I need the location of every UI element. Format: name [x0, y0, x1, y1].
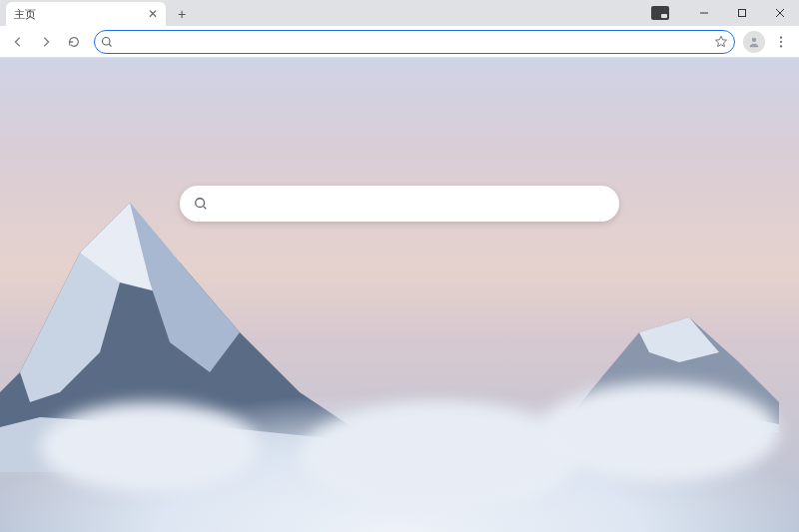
- toolbar: [0, 26, 799, 58]
- cloud-decoration: [40, 402, 260, 492]
- svg-point-9: [780, 45, 782, 47]
- tab-home[interactable]: 主页 ✕: [6, 2, 166, 26]
- cloud-decoration: [300, 402, 579, 512]
- search-icon: [194, 197, 208, 211]
- minimize-button[interactable]: [685, 0, 723, 26]
- svg-point-4: [103, 37, 111, 45]
- svg-line-11: [204, 207, 207, 210]
- reload-button[interactable]: [62, 30, 86, 54]
- profile-button[interactable]: [743, 31, 765, 53]
- address-bar[interactable]: [94, 30, 735, 54]
- svg-point-7: [780, 36, 782, 38]
- svg-point-6: [752, 37, 756, 41]
- center-search-input[interactable]: [218, 197, 605, 212]
- new-tab-button[interactable]: +: [172, 4, 192, 24]
- back-button[interactable]: [6, 30, 30, 54]
- svg-line-5: [109, 44, 111, 46]
- titlebar: 主页 ✕ +: [0, 0, 799, 26]
- address-input[interactable]: [117, 35, 714, 49]
- svg-point-8: [780, 40, 782, 42]
- close-window-button[interactable]: [761, 0, 799, 26]
- new-tab-page: [0, 58, 799, 532]
- cloud-decoration: [539, 382, 779, 482]
- menu-button[interactable]: [769, 30, 793, 54]
- maximize-button[interactable]: [723, 0, 761, 26]
- svg-point-10: [196, 199, 205, 208]
- search-icon: [101, 36, 113, 48]
- center-search-box[interactable]: [180, 186, 619, 222]
- tab-title: 主页: [14, 7, 148, 22]
- forward-button[interactable]: [34, 30, 58, 54]
- picture-in-picture-icon[interactable]: [651, 6, 669, 20]
- svg-rect-1: [739, 10, 746, 17]
- window-controls: [651, 0, 799, 26]
- bookmark-star-icon[interactable]: [714, 35, 728, 49]
- tab-close-button[interactable]: ✕: [148, 7, 158, 21]
